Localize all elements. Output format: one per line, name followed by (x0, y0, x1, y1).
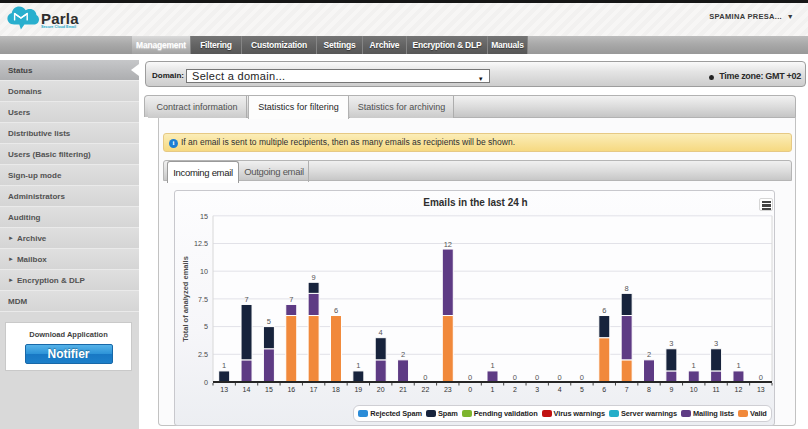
svg-text:7: 7 (625, 386, 629, 393)
svg-text:0: 0 (759, 373, 763, 382)
svg-text:9: 9 (669, 386, 673, 393)
svg-text:7: 7 (289, 295, 293, 304)
svg-text:11: 11 (712, 386, 719, 393)
svg-text:2: 2 (401, 350, 405, 359)
svg-text:0: 0 (468, 386, 472, 393)
svg-text:0: 0 (580, 373, 584, 382)
svg-text:12: 12 (444, 240, 452, 249)
svg-text:0: 0 (558, 373, 562, 382)
svg-text:21: 21 (399, 386, 407, 393)
svg-text:6: 6 (602, 386, 606, 393)
svg-text:12: 12 (735, 386, 743, 393)
svg-text:10: 10 (200, 267, 208, 276)
svg-text:9: 9 (312, 273, 316, 282)
svg-text:1: 1 (490, 361, 494, 370)
svg-text:23: 23 (444, 386, 452, 393)
svg-text:13: 13 (220, 386, 228, 393)
svg-text:17: 17 (310, 386, 318, 393)
svg-text:5: 5 (267, 317, 271, 326)
svg-text:16: 16 (287, 386, 295, 393)
svg-text:0: 0 (423, 373, 427, 382)
svg-text:1: 1 (692, 361, 696, 370)
svg-text:Total of analyzed emails: Total of analyzed emails (181, 256, 190, 342)
svg-text:1: 1 (222, 361, 226, 370)
svg-text:7.5: 7.5 (198, 295, 208, 304)
svg-text:22: 22 (422, 386, 430, 393)
svg-text:4: 4 (379, 328, 383, 337)
svg-text:5: 5 (204, 322, 208, 331)
svg-text:6: 6 (602, 306, 606, 315)
svg-text:19: 19 (354, 386, 362, 393)
svg-text:15: 15 (265, 386, 273, 393)
svg-text:10: 10 (690, 386, 698, 393)
svg-text:2: 2 (647, 350, 651, 359)
svg-text:20: 20 (377, 386, 385, 393)
svg-text:0: 0 (513, 373, 517, 382)
svg-text:8: 8 (647, 386, 651, 393)
svg-text:7: 7 (244, 295, 248, 304)
svg-text:0: 0 (468, 373, 472, 382)
svg-text:13: 13 (757, 386, 765, 393)
svg-text:8: 8 (625, 284, 629, 293)
svg-text:6: 6 (334, 306, 338, 315)
svg-text:0: 0 (204, 378, 208, 387)
svg-text:0: 0 (535, 373, 539, 382)
svg-text:14: 14 (243, 386, 251, 393)
svg-text:4: 4 (558, 386, 562, 393)
svg-text:18: 18 (332, 386, 340, 393)
svg-text:3: 3 (669, 339, 673, 348)
svg-text:3: 3 (714, 339, 718, 348)
svg-text:2.5: 2.5 (198, 350, 208, 359)
svg-text:15: 15 (200, 212, 208, 221)
svg-text:2: 2 (513, 386, 517, 393)
svg-text:12.5: 12.5 (194, 239, 208, 248)
svg-text:1: 1 (736, 361, 740, 370)
svg-text:1: 1 (491, 386, 495, 393)
svg-text:1: 1 (356, 361, 360, 370)
svg-text:3: 3 (535, 386, 539, 393)
svg-text:5: 5 (580, 386, 584, 393)
svg-text:Secure Cloud Email: Secure Cloud Email (41, 23, 76, 28)
